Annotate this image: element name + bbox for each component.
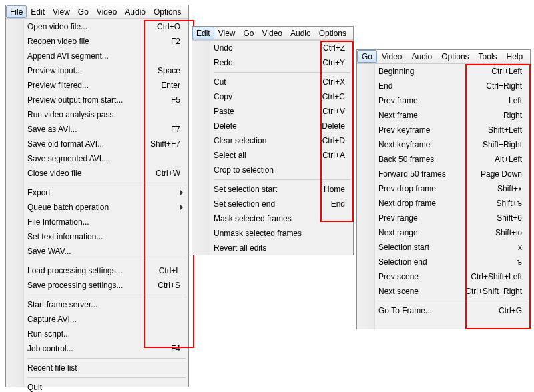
menu-item-quit[interactable]: Quit [6,380,188,392]
panel3-menubar-item-tools[interactable]: Tools [474,50,502,63]
menu-item-undo[interactable]: UndoCtrl+Z [192,41,353,55]
menu-item-beginning[interactable]: BeginningCtrl+Left [357,64,530,79]
menu-item-set-selection-end[interactable]: Set selection endEnd [192,197,353,211]
menubar-label: Audio [412,52,433,61]
menu-item-label: Open video file... [27,22,145,31]
menu-item-job-control[interactable]: Job control...F4 [6,341,188,356]
menu-item-prev-drop-frame[interactable]: Prev drop frameShift+х [357,181,530,196]
menu-item-selection-end[interactable]: Selection endъ [357,255,530,269]
menu-item-crop-to-selection[interactable]: Crop to selection [192,163,353,177]
menu-item-clear-selection[interactable]: Clear selectionCtrl+D [192,133,353,148]
menu-item-forward-50-frames[interactable]: Forward 50 framesPage Down [357,167,530,181]
panel3-menubar-item-options[interactable]: Options [437,50,473,63]
menu-item-set-selection-start[interactable]: Set selection startHome [192,182,353,197]
menu-item-label: Set text information... [27,232,168,241]
menu-item-label: Start frame server... [27,300,168,309]
menubar-label: Edit [31,7,45,17]
menu-item-save-wav[interactable]: Save WAV... [6,244,188,259]
menu-item-next-drop-frame[interactable]: Next drop frameShift+ъ [357,196,530,211]
menu-item-export[interactable]: Export [6,185,188,200]
menu-item-prev-scene[interactable]: Prev sceneCtrl+Shift+Left [357,269,530,284]
menu-item-prev-keyframe[interactable]: Prev keyframeShift+Left [357,123,530,137]
panel1-menubar-item-options[interactable]: Options [150,5,185,18]
menu-item-shortcut: Ctrl+X [322,77,345,87]
panel2-menubar-item-audio[interactable]: Audio [286,27,315,39]
panel2-menubar-item-options[interactable]: Options [315,27,350,39]
panel1-menubar-item-audio[interactable]: Audio [121,5,150,18]
menu-item-shortcut: Ctrl+Z [323,43,345,53]
menu-item-preview-output-from-start[interactable]: Preview output from start...F5 [6,93,188,107]
menu-item-save-segmented-avi[interactable]: Save segmented AVI... [6,151,188,166]
menu-item-set-text-information[interactable]: Set text information... [6,229,188,244]
menu-item-prev-frame[interactable]: Prev frameLeft [357,93,530,108]
menubar-label: File [10,7,23,17]
panel1-menubar-item-file[interactable]: File [6,5,27,18]
panel2-menubar-item-view[interactable]: View [214,27,240,39]
menu-item-label: Save as AVI... [27,125,159,134]
menu-item-label: Prev range [378,213,485,223]
menu-divider [214,72,350,73]
menu-item-prev-range[interactable]: Prev rangeShift+6 [357,211,530,225]
menu-item-revert-all-edits[interactable]: Revert all edits [192,241,353,255]
menu-item-load-processing-settings[interactable]: Load processing settings...Ctrl+L [6,263,188,278]
panel3-menubar-item-video[interactable]: Video [377,50,407,63]
menu-item-cut[interactable]: CutCtrl+X [192,75,353,89]
menu-item-run-video-analysis-pass[interactable]: Run video analysis pass [6,107,188,122]
menu-item-next-range[interactable]: Next rangeShift+ю [357,225,530,240]
menu-item-label: Selection end [378,257,505,267]
menubar-label: Video [262,29,282,38]
menu-item-shortcut: Ctrl+O [157,22,180,31]
menu-item-run-script[interactable]: Run script... [6,327,188,341]
menu-item-reopen-video-file[interactable]: Reopen video fileF2 [6,34,188,49]
menu-item-delete[interactable]: DeleteDelete [192,119,353,133]
menu-item-copy[interactable]: CopyCtrl+C [192,89,353,104]
menu-item-open-video-file[interactable]: Open video file...Ctrl+O [6,19,188,34]
panel2-menubar-item-edit[interactable]: Edit [192,27,214,39]
menu-item-mask-selected-frames[interactable]: Mask selected frames [192,211,353,226]
menu-item-next-frame[interactable]: Next frameRight [357,108,530,123]
menu-item-capture-avi[interactable]: Capture AVI... [6,312,188,327]
menubar-label: View [218,29,236,38]
menu-item-label: Export [27,188,168,197]
panel3-menubar-item-go[interactable]: Go [357,50,377,63]
menu-item-shortcut: Ctrl+D [322,136,345,145]
panel1-menubar-item-view[interactable]: View [49,5,74,18]
menu-item-append-avi-segment[interactable]: Append AVI segment... [6,49,188,63]
menu-item-selection-start[interactable]: Selection startх [357,240,530,255]
panel3-dropdown-menu: BeginningCtrl+LeftEndCtrl+RightPrev fram… [357,63,530,329]
menu-item-next-keyframe[interactable]: Next keyframeShift+Right [357,137,530,152]
menu-item-shortcut: Shift+Left [488,125,522,135]
menu-item-preview-input[interactable]: Preview input...Space [6,63,188,78]
panel2-menubar: EditViewGoVideoAudioOptions [192,27,353,40]
menu-item-label: Crop to selection [214,165,333,175]
menu-item-preview-filtered[interactable]: Preview filtered...Enter [6,78,188,93]
panel1-menubar-item-edit[interactable]: Edit [27,5,49,18]
panel1-menubar-item-go[interactable]: Go [74,5,93,18]
panel2-menubar-item-go[interactable]: Go [239,27,258,39]
menu-item-label: Set selection end [214,199,319,209]
menu-item-end[interactable]: EndCtrl+Right [357,79,530,93]
menu-item-start-frame-server[interactable]: Start frame server... [6,297,188,312]
panel2-menubar-item-video[interactable]: Video [258,27,286,39]
menu-item-save-processing-settings[interactable]: Save processing settings...Ctrl+S [6,278,188,293]
menu-item-save-old-format-avi[interactable]: Save old format AVI...Shift+F7 [6,137,188,151]
menu-item-back-50-frames[interactable]: Back 50 framesAlt+Left [357,152,530,167]
panel3-menubar-item-audio[interactable]: Audio [407,50,437,63]
menu-item-recent-file-list[interactable]: Recent file list [6,361,188,375]
menu-item-label: Next range [378,228,483,237]
menu-item-shortcut: Shift+ъ [496,199,522,208]
menu-item-save-as-avi[interactable]: Save as AVI...F7 [6,122,188,137]
menu-item-next-scene[interactable]: Next sceneCtrl+Shift+Right [357,284,530,299]
panel3-menubar-item-help[interactable]: Help [502,50,528,63]
menu-item-close-video-file[interactable]: Close video fileCtrl+W [6,166,188,181]
menu-item-shortcut: Shift+Right [483,140,522,149]
menu-item-file-information[interactable]: File Information... [6,215,188,229]
menu-item-paste[interactable]: PasteCtrl+V [192,104,353,119]
menu-item-go-to-frame[interactable]: Go To Frame...Ctrl+G [357,303,530,318]
menu-item-queue-batch-operation[interactable]: Queue batch operation [6,200,188,215]
menu-item-label: Mask selected frames [214,214,333,223]
menu-item-unmask-selected-frames[interactable]: Unmask selected frames [192,226,353,241]
menu-item-select-all[interactable]: Select allCtrl+A [192,148,353,163]
menu-item-redo[interactable]: RedoCtrl+Y [192,55,353,70]
panel1-menubar-item-video[interactable]: Video [93,5,121,18]
